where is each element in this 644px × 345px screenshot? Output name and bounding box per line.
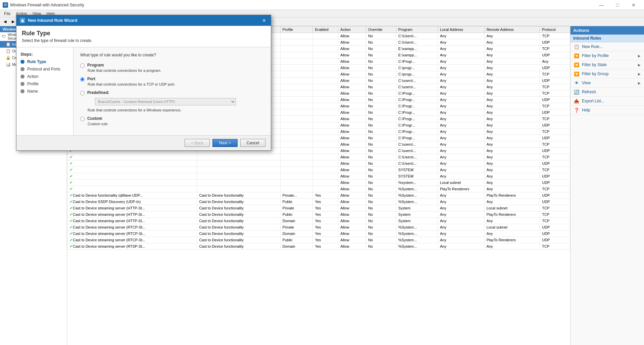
- action-item-6[interactable]: 📤 Export List...: [571, 97, 644, 106]
- cell-protocol: TCP: [540, 141, 570, 148]
- table-row[interactable]: ✔ Allow No SYSTEM Any Any UDP: [67, 173, 570, 180]
- col-profile[interactable]: Profile: [280, 27, 313, 33]
- cell-local: Any: [438, 167, 485, 173]
- dialog-close-button[interactable]: ✕: [261, 17, 267, 24]
- radio-name-program: Program: [87, 63, 104, 67]
- cell-remote: Any: [484, 122, 540, 129]
- action-item-2[interactable]: 🔽 Filter by State ▶: [571, 60, 644, 69]
- radio-custom[interactable]: [80, 117, 85, 121]
- rule-check-icon: ✔: [69, 244, 73, 249]
- cell-protocol: UDP: [540, 148, 570, 154]
- cell-local: Any: [438, 109, 485, 116]
- cell-group: [197, 167, 280, 173]
- toolbar-back[interactable]: ◀: [1, 18, 9, 26]
- cell-local: Any: [438, 192, 485, 199]
- radio-label-port[interactable]: Port: [80, 77, 264, 82]
- close-button[interactable]: ✕: [626, 0, 641, 10]
- radio-port[interactable]: [80, 77, 85, 82]
- action-item-1[interactable]: 🔽 Filter by Profile ▶: [571, 51, 644, 60]
- cell-enabled: Yes: [313, 192, 338, 199]
- table-row[interactable]: ✔Cast to Device streaming server (HTTP-S…: [67, 211, 570, 218]
- cell-profile: [280, 58, 313, 65]
- cell-override: No: [366, 78, 396, 84]
- cell-program: C:\users\...: [396, 84, 438, 90]
- cell-enabled: Yes: [313, 237, 338, 243]
- table-row[interactable]: ✔ Allow No C:\Users\... Any Any UDP: [67, 160, 570, 167]
- cell-profile: [280, 116, 313, 122]
- cell-group: [197, 173, 280, 180]
- col-local[interactable]: Local Address: [438, 27, 485, 33]
- radio-program[interactable]: [80, 63, 85, 68]
- table-row[interactable]: ✔ Allow No SYSTEM Any Any TCP: [67, 167, 570, 173]
- cell-name: ✔Cast to Device streaming server (RTCP-S…: [67, 237, 197, 243]
- col-override[interactable]: Override: [366, 27, 396, 33]
- cell-override: No: [366, 71, 396, 78]
- cell-protocol: TCP: [540, 218, 570, 224]
- dialog-subtitle: Select the type of firewall rule to crea…: [16, 38, 271, 47]
- toolbar-forward[interactable]: ▶: [9, 18, 17, 26]
- table-row[interactable]: ✔Cast to Device streaming server (RTCP-S…: [67, 237, 570, 243]
- table-row[interactable]: ✔Cast to Device streaming server (HTTP-S…: [67, 205, 570, 211]
- radio-label-custom[interactable]: Custom: [80, 116, 264, 121]
- table-row[interactable]: ✔ Allow No %System... PlayTo Renderers A…: [67, 186, 570, 192]
- cell-override: No: [366, 90, 396, 97]
- table-row[interactable]: ✔Cast to Device streaming server (HTTP-S…: [67, 218, 570, 224]
- action-item-5[interactable]: 🔄 Refresh: [571, 88, 644, 97]
- dialog-page-title: Rule Type: [16, 26, 271, 38]
- cell-enabled: Yes: [313, 218, 338, 224]
- col-enabled[interactable]: Enabled: [313, 27, 338, 33]
- dialog-body: Steps: Rule Type Protocol and Ports Acti…: [16, 47, 271, 135]
- dialog-footer: < Back Next > Cancel: [16, 135, 271, 150]
- steps-title: Steps:: [16, 51, 73, 58]
- action-item-4[interactable]: 👁 View ▶: [571, 79, 644, 88]
- actions-header: Actions: [571, 26, 644, 35]
- col-remote[interactable]: Remote Address: [484, 27, 540, 33]
- table-row[interactable]: ✔Cast to Device streaming server (RTCP-S…: [67, 224, 570, 231]
- cell-program: %system...: [396, 180, 438, 186]
- action-item-0[interactable]: 📋 New Rule...: [571, 42, 644, 51]
- cell-override: No: [366, 199, 396, 205]
- radio-desc-program: Rule that controls connections for a pro…: [88, 68, 264, 72]
- rule-check-icon: ✔: [69, 193, 73, 198]
- action-item-3[interactable]: 🔽 Filter by Group ▶: [571, 69, 644, 79]
- cancel-button[interactable]: Cancel: [240, 139, 265, 147]
- radio-name-predefined: Predefined:: [87, 90, 109, 95]
- table-row[interactable]: ✔Cast to Device streaming server (RTSP-S…: [67, 243, 570, 250]
- radio-label-predefined[interactable]: Predefined:: [80, 90, 264, 95]
- table-row[interactable]: ✔ Allow No C:\Users\... Any Any TCP: [67, 154, 570, 160]
- action-item-7[interactable]: ❓ Help: [571, 106, 644, 115]
- cell-enabled: [313, 52, 338, 58]
- cell-override: No: [366, 46, 396, 52]
- cell-action: Allow: [338, 237, 366, 243]
- menu-file[interactable]: File: [1, 11, 13, 17]
- cell-protocol: UDP: [540, 39, 570, 46]
- cell-action: Allow: [338, 58, 366, 65]
- table-row[interactable]: ✔Cast to Device streaming server (RTCP-S…: [67, 231, 570, 237]
- actions-panel: Actions Inbound Rules 📋 New Rule... 🔽 Fi…: [570, 26, 644, 345]
- cell-enabled: [313, 65, 338, 71]
- next-button[interactable]: Next >: [212, 139, 238, 147]
- maximize-button[interactable]: □: [610, 0, 625, 10]
- step-item-0: Rule Type: [16, 58, 73, 65]
- table-row[interactable]: ✔ Allow No %system... Local subnet Any U…: [67, 180, 570, 186]
- table-row[interactable]: ✔Cast to Device functionality (qWave-UDP…: [67, 192, 570, 199]
- radio-label-program[interactable]: Program: [80, 63, 264, 68]
- cell-protocol: TCP: [540, 186, 570, 192]
- cell-local: Any: [438, 129, 485, 135]
- cell-program: %System...: [396, 237, 438, 243]
- table-row[interactable]: ✔Cast to Device SSDP Discovery (UDP-In) …: [67, 199, 570, 205]
- radio-predefined[interactable]: [80, 91, 85, 95]
- minimize-button[interactable]: —: [594, 0, 609, 10]
- cell-local: Local subnet: [438, 180, 485, 186]
- back-button[interactable]: < Back: [185, 139, 210, 147]
- option-program: Program Rule that controls connections f…: [80, 63, 264, 72]
- cell-enabled: [313, 129, 338, 135]
- cell-enabled: [313, 154, 338, 160]
- predefined-select[interactable]: BranchCache - Content Retrieval (Uses HT…: [95, 98, 236, 105]
- col-program[interactable]: Program: [396, 27, 438, 33]
- cell-action: Allow: [338, 46, 366, 52]
- col-protocol[interactable]: Protocol: [540, 27, 570, 33]
- actions-subheader: Inbound Rules: [571, 35, 644, 42]
- cell-enabled: Yes: [313, 243, 338, 250]
- col-action[interactable]: Action: [338, 27, 366, 33]
